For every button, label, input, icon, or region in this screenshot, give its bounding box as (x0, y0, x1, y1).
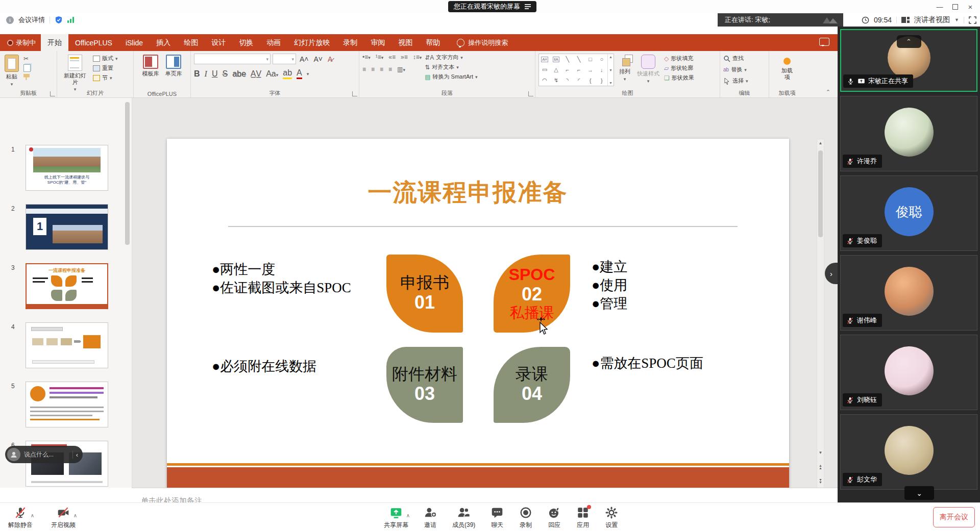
increase-indent-button[interactable]: »≡ (401, 54, 408, 61)
shape-effects-button[interactable]: ❏形状效果 (664, 74, 694, 82)
restore-button[interactable] (947, 0, 963, 13)
toolbar-chat-button[interactable]: 聊天 (491, 506, 504, 529)
scroll-up-icon[interactable]: ▲ (817, 141, 824, 145)
toolbar-camera-off-button[interactable]: ∧开启视频 (51, 506, 76, 529)
chat-input-placeholder[interactable]: 说点什么... (24, 450, 69, 459)
paste-button[interactable]: 粘贴▾ (3, 54, 20, 88)
ppt-tab-3[interactable]: iSlide (119, 34, 150, 51)
text-shadow-button[interactable]: abe (232, 69, 246, 79)
participant-tile-5[interactable]: 刘晓钰 (840, 335, 977, 410)
chevron-up-icon[interactable]: ∧ (74, 513, 77, 518)
previous-slide-button[interactable]: ▲▲ (817, 464, 824, 469)
slide-thumbnail-1[interactable]: 线上线下一流课程建设与SPOC的"建、用、管" (26, 145, 108, 191)
ppt-tab-12[interactable]: 视图 (391, 34, 419, 51)
shape-outline-button[interactable]: ▱形状轮廓 (664, 64, 694, 72)
shape-fill-button[interactable]: ◇形状填充 (664, 55, 694, 62)
minimize-button[interactable]: — (932, 0, 947, 13)
toolbar-mic-muted-button[interactable]: ∧解除静音 (8, 506, 33, 529)
template-library-button[interactable]: 模板库 (141, 54, 161, 78)
security-shield-icon[interactable] (55, 16, 63, 24)
close-button[interactable]: × (963, 0, 978, 13)
view-mode-select[interactable]: 演讲者视图 (914, 15, 950, 24)
toolbar-apps-button[interactable]: 应用 (576, 506, 590, 529)
petal-shape-3[interactable]: 附件材料03 (386, 347, 463, 423)
quick-chat-bar[interactable]: 说点什么... ‹ (5, 446, 83, 463)
layout-button[interactable]: 版式▾ (93, 55, 118, 62)
petal-shape-4[interactable]: 录课04 (494, 347, 570, 423)
slide-bullets-bottom-right[interactable]: ●需放在SPOC页面 (592, 354, 703, 372)
thumbnail-scrollbar[interactable] (125, 102, 130, 245)
slide-thumbnail-4[interactable] (26, 322, 108, 368)
ppt-tab-6[interactable]: 设计 (205, 34, 232, 51)
toolbar-share-screen-button[interactable]: ∧共享屏幕 (384, 506, 408, 529)
align-center-button[interactable]: ≡ (371, 66, 375, 73)
ppt-tab-5[interactable]: 绘图 (177, 34, 205, 51)
ppt-tab-10[interactable]: 录制 (336, 34, 364, 51)
clear-formatting-button[interactable]: A̷ (326, 55, 334, 63)
participant-tile-4[interactable]: 谢伟峰 (840, 255, 977, 331)
editor-scrollbar[interactable]: ▲ ▼ ▲▲ ▼▼ (817, 139, 824, 488)
toolbar-members-button[interactable]: 成员(39) (452, 506, 475, 529)
align-left-button[interactable]: ≡ (362, 66, 366, 73)
line-spacing-button[interactable]: ↕≡▾ (413, 54, 422, 61)
collapse-ribbon-button[interactable]: ⌃ (826, 89, 830, 95)
reset-button[interactable]: 重置 (93, 64, 118, 72)
chevron-up-icon[interactable]: ∧ (406, 513, 410, 518)
change-case-button[interactable]: Aa▾ (266, 69, 278, 79)
toolbar-settings-button[interactable]: 设置 (605, 506, 618, 529)
shapes-gallery[interactable]: A≡‖A ╲╲□○ ▭△⌐⌐→↓ ◠↯◝◜{} ▲▼▼ (538, 54, 614, 86)
banner-menu-icon[interactable] (525, 4, 531, 9)
ppt-tab-2[interactable]: OfficePLUS (68, 34, 119, 51)
new-slide-button[interactable]: 新建幻灯片▾ (60, 54, 90, 93)
ppt-tab-11[interactable]: 审阅 (364, 34, 391, 51)
columns-button[interactable]: ▥▾ (397, 66, 405, 73)
bold-button[interactable]: B (194, 69, 200, 79)
page-library-button[interactable]: 单页库 (164, 54, 184, 78)
dialog-launcher-icon[interactable] (50, 91, 55, 96)
leave-meeting-button[interactable]: 离开会议 (933, 507, 975, 527)
network-signal-icon[interactable] (67, 17, 74, 23)
text-direction-button[interactable]: ⇵A文字方向▾ (425, 54, 477, 61)
scroll-down-icon[interactable]: ▼ (817, 450, 824, 455)
addins-button[interactable]: 加载项 (778, 54, 796, 81)
bullets-button[interactable]: •≡▾ (362, 54, 371, 61)
participant-tile-6[interactable]: 彭文华 (840, 414, 977, 490)
participant-tile-3[interactable]: 俊聪姜俊聪 (840, 175, 977, 251)
info-icon[interactable]: i (6, 16, 14, 24)
ppt-tab-8[interactable]: 动画 (260, 34, 287, 51)
ppt-tab-13[interactable]: 帮助 (419, 34, 447, 51)
grow-font-button[interactable]: A˄ (298, 55, 310, 63)
align-right-button[interactable]: ≡ (380, 66, 383, 73)
font-color-button[interactable]: A (297, 68, 302, 79)
align-text-button[interactable]: ⇅对齐文本▾ (425, 63, 477, 71)
toolbar-invite-button[interactable]: 邀请 (424, 506, 437, 529)
shapes-gallery-scrollbar[interactable]: ▲▼▼ (607, 54, 614, 86)
ppt-tab-9[interactable]: 幻灯片放映 (287, 34, 336, 51)
ppt-tab-4[interactable]: 插入 (150, 34, 177, 51)
dialog-launcher-icon[interactable] (528, 91, 533, 96)
cut-button[interactable]: ✂ (23, 55, 31, 62)
numbering-button[interactable]: ¹≡▾ (376, 54, 384, 61)
font-name-select[interactable]: ▾ (194, 54, 271, 64)
section-button[interactable]: 节▾ (93, 74, 118, 82)
chat-collapse-icon[interactable]: ‹ (72, 451, 81, 459)
slide-bullets-top-left[interactable]: ●两性一度●佐证截图或来自SPOC (212, 260, 351, 297)
find-button[interactable]: 查找 (723, 55, 748, 62)
slide-bullets-bottom-left[interactable]: ●必须附在线数据 (212, 357, 316, 375)
chevron-up-icon[interactable]: ∧ (31, 513, 34, 518)
chevron-down-icon[interactable]: ▼ (954, 17, 959, 22)
select-button[interactable]: 选择▾ (723, 77, 748, 85)
dialog-launcher-icon[interactable] (352, 91, 357, 96)
meeting-details-link[interactable]: 会议详情 (18, 15, 45, 24)
ppt-tab-7[interactable]: 切换 (232, 34, 260, 51)
fullscreen-icon[interactable] (969, 16, 976, 24)
replace-button[interactable]: ab替换▾ (723, 66, 748, 73)
toolbar-reaction-button[interactable]: 回应 (548, 506, 561, 529)
highlight-color-button[interactable]: ab (283, 68, 292, 79)
justify-button[interactable]: ≡ (388, 66, 392, 73)
petal-shape-1[interactable]: 申报书01 (386, 255, 463, 333)
petal-shape-2[interactable]: SPOC02私播课 (494, 255, 570, 333)
italic-button[interactable]: I (205, 69, 207, 79)
convert-smartart-button[interactable]: ▤转换为 SmartArt▾ (425, 73, 477, 81)
participant-tile-2[interactable]: 许漫乔 (840, 96, 977, 171)
